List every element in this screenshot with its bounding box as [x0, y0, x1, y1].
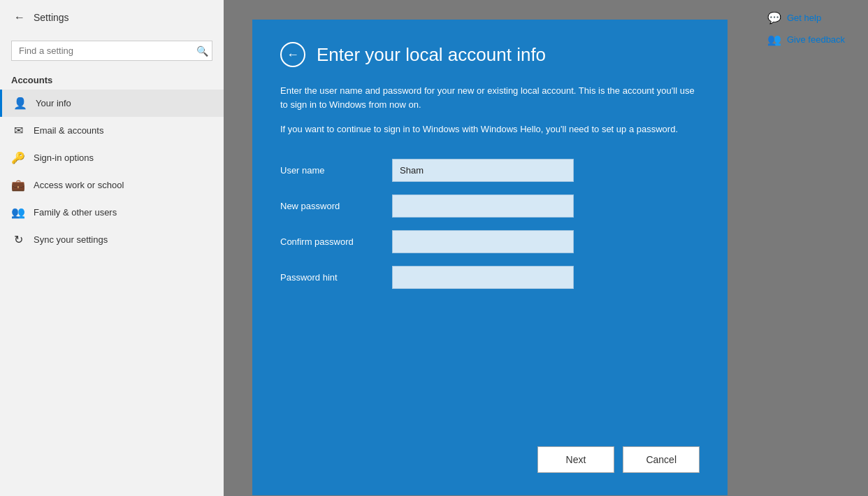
dialog-title: Enter your local account info	[317, 44, 546, 66]
get-help-label: Get help	[787, 13, 821, 23]
search-box: 🔍	[11, 41, 212, 61]
username-input[interactable]	[392, 159, 574, 182]
sidebar-item-family-other-users[interactable]: 👥 Family & other users	[0, 199, 224, 226]
sidebar-header: ← Settings	[0, 0, 224, 35]
sidebar: ← Settings 🔍 Accounts 👤 Your info ✉ Emai…	[0, 0, 224, 496]
username-label: User name	[280, 165, 392, 176]
next-button[interactable]: Next	[537, 446, 615, 473]
sidebar-item-label-your-info: Your info	[36, 98, 71, 108]
email-icon: ✉	[11, 124, 25, 137]
sidebar-item-label-work-school: Access work or school	[34, 180, 124, 190]
back-button[interactable]: ←	[11, 8, 28, 27]
password-hint-row: Password hint	[280, 266, 700, 289]
sidebar-item-label-sign-in: Sign-in options	[34, 153, 94, 163]
sidebar-item-email-accounts[interactable]: ✉ Email & accounts	[0, 117, 224, 144]
dialog-back-button[interactable]: ←	[280, 42, 305, 67]
sidebar-title: Settings	[34, 12, 69, 23]
password-hint-input[interactable]	[392, 266, 574, 289]
confirm-password-input[interactable]	[392, 230, 574, 253]
get-help-link[interactable]: 💬 Get help	[767, 11, 857, 24]
new-password-row: New password	[280, 194, 700, 218]
dialog-description-1: Enter the user name and password for you…	[280, 84, 700, 111]
password-hint-label: Password hint	[280, 272, 392, 283]
work-icon: 💼	[11, 178, 25, 192]
sign-in-icon: 🔑	[11, 151, 25, 164]
give-feedback-label: Give feedback	[787, 34, 845, 45]
feedback-icon: 👥	[767, 33, 781, 46]
family-icon: 👥	[11, 206, 25, 219]
sidebar-nav: 👤 Your info ✉ Email & accounts 🔑 Sign-in…	[0, 90, 224, 253]
your-info-icon: 👤	[13, 97, 27, 110]
confirm-password-label: Confirm password	[280, 236, 392, 247]
sync-icon: ↻	[11, 233, 25, 246]
search-input[interactable]	[11, 41, 212, 61]
sidebar-item-your-info[interactable]: 👤 Your info	[0, 90, 224, 117]
confirm-password-row: Confirm password	[280, 230, 700, 253]
sidebar-item-label-sync: Sync your settings	[34, 234, 108, 245]
help-icon: 💬	[767, 11, 781, 24]
sidebar-item-access-work-school[interactable]: 💼 Access work or school	[0, 171, 224, 199]
dialog-description-2: If you want to continue to sign in to Wi…	[280, 122, 700, 136]
cancel-button[interactable]: Cancel	[623, 446, 700, 473]
dialog: ← Enter your local account info Enter th…	[252, 20, 728, 495]
right-panel: 💬 Get help 👥 Give feedback	[756, 0, 868, 496]
give-feedback-link[interactable]: 👥 Give feedback	[767, 33, 857, 46]
dialog-footer: Next Cancel	[280, 418, 700, 473]
new-password-input[interactable]	[392, 194, 574, 218]
username-row: User name	[280, 159, 700, 182]
search-icon[interactable]: 🔍	[196, 45, 208, 57]
sidebar-item-sync-settings[interactable]: ↻ Sync your settings	[0, 226, 224, 253]
sidebar-item-sign-in-options[interactable]: 🔑 Sign-in options	[0, 144, 224, 171]
sidebar-item-label-email-accounts: Email & accounts	[34, 125, 103, 136]
dialog-header: ← Enter your local account info	[280, 42, 700, 67]
main-area: ← Enter your local account info Enter th…	[224, 0, 756, 496]
new-password-label: New password	[280, 201, 392, 211]
sidebar-item-label-family: Family & other users	[34, 207, 117, 218]
accounts-label: Accounts	[0, 66, 224, 90]
